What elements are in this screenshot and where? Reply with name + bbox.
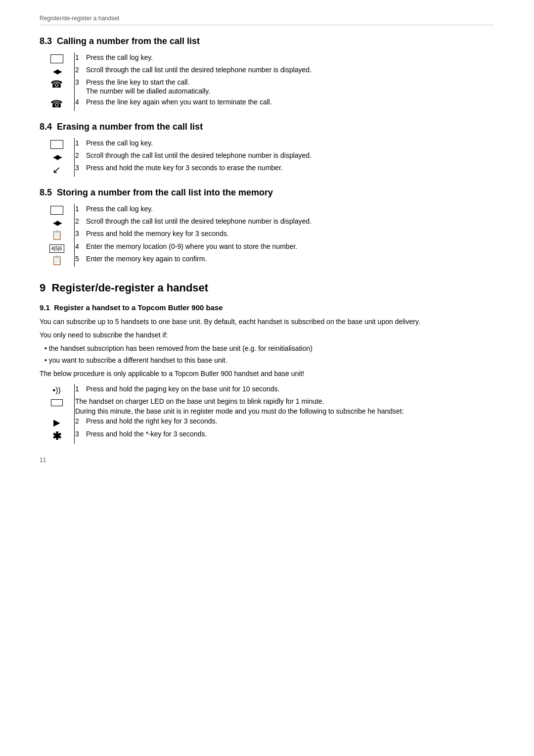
step-num: 1: [75, 205, 86, 213]
page-number: 11: [40, 457, 46, 464]
header-text: Register/de-register a handset: [40, 15, 119, 22]
section-8-5-table: 1 Press the call log key. ◀▶ 2 Scroll th…: [40, 204, 494, 267]
icon-cell: ◀▶: [40, 150, 74, 163]
step-text: Enter the memory location (0-9) where yo…: [86, 242, 297, 250]
body-text-2: You only need to subscribe the handset i…: [40, 330, 494, 340]
icon-cell: •)): [40, 384, 74, 396]
table-row: 1 Press the call log key.: [40, 138, 494, 150]
icon-cell: [40, 138, 74, 150]
step-text: Enter the memory key again to confirm.: [86, 255, 207, 263]
envelope-icon: [50, 54, 63, 63]
step-num: 3: [75, 78, 86, 86]
table-row: 4|5|6 4 Enter the memory location (0-9) …: [40, 241, 494, 254]
page: Register/de-register a handset 8.3 Calli…: [0, 0, 534, 473]
table-row: ◀▶ 2 Scroll through the call list until …: [40, 65, 494, 77]
envelope-icon: [50, 206, 63, 215]
step-content: 4 Enter the memory location (0-9) where …: [75, 241, 494, 254]
step-text: Press and hold the right key for 3 secon…: [86, 417, 217, 425]
step-content: 1 Press and hold the paging key on the b…: [75, 384, 494, 396]
bullet-1: • the handset subscription has been remo…: [44, 343, 494, 354]
step-num: 2: [75, 66, 86, 74]
book-icon: 📋: [51, 230, 62, 240]
step-content: 3 Press and hold the *-key for 3 seconds…: [75, 429, 494, 444]
section-9-1: 9.1 Register a handset to a Topcom Butle…: [40, 303, 494, 444]
icon-cell: ✱: [40, 429, 74, 444]
step-num: 3: [75, 430, 86, 438]
table-row: 📋 3 Press and hold the memory key for 3 …: [40, 229, 494, 241]
step-num: 3: [75, 230, 86, 237]
icon-cell: 📋: [40, 229, 74, 241]
step-text: Press and hold the mute key for 3 second…: [86, 164, 283, 172]
body-text-1: You can subscribe up to 5 handsets to on…: [40, 317, 494, 327]
section-8-3-title: 8.3 Calling a number from the call list: [40, 36, 494, 47]
section-8-3-table: 1 Press the call log key. ◀▶ 2 Scroll th…: [40, 52, 494, 111]
section-8-4-table: 1 Press the call log key. ◀▶ 2 Scroll th…: [40, 138, 494, 177]
speaker-icon: •)): [53, 386, 61, 394]
table-row: 1 Press the call log key.: [40, 204, 494, 216]
step-text: Press the line key to start the call.: [86, 78, 189, 86]
icon-cell: [40, 52, 74, 65]
right-arrow-icon: ▶: [53, 418, 60, 427]
icon-cell: ☎: [40, 77, 74, 97]
step-num: 2: [75, 417, 86, 425]
phone-icon: ☎: [50, 78, 63, 90]
footer-note: The below procedure is only applicable t…: [40, 369, 494, 379]
icon-cell: ▶: [40, 416, 74, 429]
table-row: ↙ 3 Press and hold the mute key for 3 se…: [40, 163, 494, 177]
page-header: Register/de-register a handset: [40, 15, 494, 25]
section-8-5: 8.5 Storing a number from the call list …: [40, 188, 494, 267]
step-content: The handset on charger LED on the base u…: [75, 396, 494, 416]
table-row: 1 Press the call log key.: [40, 52, 494, 65]
step-num: 3: [75, 164, 86, 172]
numpad-icon: 4|5|6: [49, 244, 64, 253]
table-row: ◀▶ 2 Scroll through the call list until …: [40, 216, 494, 229]
note-text: The number will be dialled automatically…: [86, 87, 210, 95]
phone2-icon: ☎: [50, 98, 63, 110]
step-content: 2 Scroll through the call list until the…: [75, 65, 494, 77]
page-footer: 11: [40, 457, 46, 464]
step-text: Press the call log key.: [86, 139, 153, 147]
step-text: Press the call log key.: [86, 205, 153, 213]
step-content: 2 Scroll through the call list until the…: [75, 216, 494, 229]
step-content: 2 Press and hold the right key for 3 sec…: [75, 416, 494, 429]
section-9: 9 Register/de-register a handset: [40, 282, 494, 294]
icon-cell: [40, 396, 74, 416]
table-row: ▶ 2 Press and hold the right key for 3 s…: [40, 416, 494, 429]
step-text: Scroll through the call list until the d…: [86, 217, 312, 225]
step-text: Press and hold the memory key for 3 seco…: [86, 230, 229, 237]
table-row: ☎ 3 Press the line key to start the call…: [40, 77, 494, 97]
envelope-icon: [50, 140, 63, 149]
icon-cell: ◀▶: [40, 65, 74, 77]
step-text: Scroll through the call list until the d…: [86, 151, 312, 159]
step-text: Press the call log key.: [86, 53, 153, 61]
step-num: 1: [75, 53, 86, 61]
step-num: 4: [75, 242, 86, 250]
table-row: The handset on charger LED on the base u…: [40, 396, 494, 416]
step-num: 2: [75, 151, 86, 159]
bullet-2: • you want to subscribe a different hand…: [44, 355, 494, 366]
step-num: 1: [75, 139, 86, 147]
section-9-1-title: 9.1 Register a handset to a Topcom Butle…: [40, 303, 494, 312]
icon-cell: ↙: [40, 163, 74, 177]
step-content: 2 Scroll through the call list until the…: [75, 150, 494, 163]
book2-icon: 📋: [51, 255, 62, 265]
step-num: 4: [75, 98, 86, 106]
step-content: 5 Enter the memory key again to confirm.: [75, 254, 494, 267]
step-content: 1 Press the call log key.: [75, 204, 494, 216]
step-content: 1 Press the call log key.: [75, 52, 494, 65]
step-num: 1: [75, 385, 86, 393]
section-8-4-title: 8.4 Erasing a number from the call list: [40, 122, 494, 132]
table-row: •)) 1 Press and hold the paging key on t…: [40, 384, 494, 396]
step-num: 2: [75, 217, 86, 225]
arrow-lr-icon: ◀▶: [53, 219, 61, 227]
table-row: ☎ 4 Press the line key again when you wa…: [40, 97, 494, 111]
section-9-1-table: •)) 1 Press and hold the paging key on t…: [40, 384, 494, 444]
step-text: Press and hold the paging key on the bas…: [86, 385, 280, 393]
table-row: 📋 5 Enter the memory key again to confir…: [40, 254, 494, 267]
step-content: 1 Press the call log key.: [75, 138, 494, 150]
step-text: Press and hold the *-key for 3 seconds.: [86, 430, 207, 438]
note-text: The handset on charger LED on the base u…: [75, 397, 494, 405]
arrow-lr-icon: ◀▶: [53, 153, 61, 161]
rect-icon: [51, 399, 63, 406]
icon-cell: ☎: [40, 97, 74, 111]
